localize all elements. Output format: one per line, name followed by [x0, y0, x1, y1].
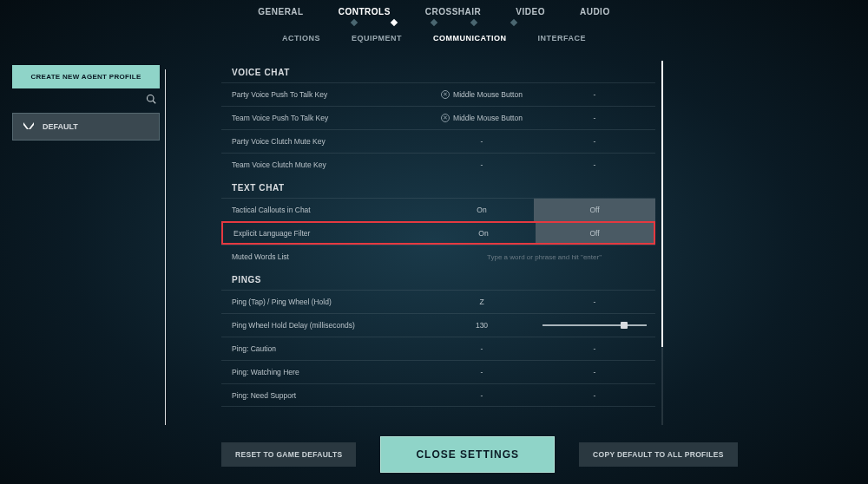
- row-team-clutch[interactable]: Team Voice Clutch Mute Key - -: [221, 153, 655, 176]
- keybind-secondary[interactable]: -: [534, 298, 655, 306]
- row-label: Party Voice Push To Talk Key: [221, 90, 430, 99]
- search-row: [12, 88, 160, 109]
- settings-main: VOICE CHAT Party Voice Push To Talk Key …: [221, 61, 655, 423]
- toggle-off[interactable]: Off: [534, 199, 655, 221]
- copy-profiles-button[interactable]: COPY DEFAULT TO ALL PROFILES: [579, 442, 738, 467]
- delay-value[interactable]: 130: [430, 321, 534, 330]
- svg-point-0: [148, 95, 155, 102]
- section-voice-chat: VOICE CHAT: [221, 61, 655, 82]
- svg-marker-3: [29, 122, 34, 129]
- row-label: Explicit Language Filter: [223, 229, 431, 238]
- subnav-actions[interactable]: ACTIONS: [282, 34, 320, 43]
- keybind-secondary[interactable]: -: [534, 160, 655, 169]
- row-label: Team Voice Push To Talk Key: [221, 114, 430, 122]
- keybind-primary[interactable]: -: [430, 160, 534, 169]
- reset-defaults-button[interactable]: RESET TO GAME DEFAULTS: [221, 442, 356, 467]
- subnav-communication[interactable]: COMMUNICATION: [433, 34, 506, 43]
- create-profile-button[interactable]: CREATE NEW AGENT PROFILE: [12, 65, 160, 88]
- subnav-equipment[interactable]: EQUIPMENT: [352, 34, 402, 43]
- row-label: Ping (Tap) / Ping Wheel (Hold): [221, 298, 430, 306]
- subnav-interface[interactable]: INTERFACE: [537, 34, 586, 43]
- row-ping-delay[interactable]: Ping Wheel Hold Delay (milliseconds) 130: [221, 313, 655, 337]
- clear-icon[interactable]: ✕: [441, 90, 450, 99]
- keybind-primary[interactable]: ✕Middle Mouse Button: [430, 90, 534, 99]
- keybind-secondary[interactable]: -: [534, 137, 655, 146]
- muted-words-input[interactable]: Type a word or phrase and hit "enter": [430, 253, 655, 261]
- keybind-primary[interactable]: -: [430, 391, 534, 400]
- keybind-secondary[interactable]: -: [534, 90, 655, 99]
- nav-general[interactable]: GENERAL: [258, 7, 303, 23]
- row-label: Team Voice Clutch Mute Key: [221, 160, 430, 169]
- keybind-primary[interactable]: Z: [430, 298, 534, 306]
- search-icon[interactable]: [146, 94, 156, 104]
- profile-label: DEFAULT: [43, 122, 78, 131]
- keybind-primary[interactable]: -: [430, 344, 534, 353]
- row-tactical-callouts[interactable]: Tactical Callouts in Chat On Off: [221, 198, 655, 221]
- row-party-clutch[interactable]: Party Voice Clutch Mute Key - -: [221, 129, 655, 153]
- section-text-chat: TEXT CHAT: [221, 176, 655, 198]
- delay-slider[interactable]: [534, 324, 655, 326]
- nav-audio[interactable]: AUDIO: [580, 7, 610, 23]
- bottom-bar: RESET TO GAME DEFAULTS CLOSE SETTINGS CO…: [221, 436, 738, 473]
- valorant-logo-icon: [22, 120, 36, 134]
- sidebar: CREATE NEW AGENT PROFILE DEFAULT: [12, 65, 160, 141]
- slider-thumb[interactable]: [621, 322, 628, 329]
- row-ping-support[interactable]: Ping: Need Support - -: [221, 383, 655, 407]
- row-explicit-filter[interactable]: Explicit Language Filter On Off: [221, 221, 655, 245]
- close-settings-button[interactable]: CLOSE SETTINGS: [380, 436, 555, 473]
- scrollbar-thumb[interactable]: [661, 61, 663, 347]
- row-label: Ping: Caution: [221, 344, 430, 353]
- row-team-ptt[interactable]: Team Voice Push To Talk Key ✕Middle Mous…: [221, 106, 655, 129]
- scrollbar[interactable]: [661, 61, 663, 425]
- row-label: Party Voice Clutch Mute Key: [221, 137, 430, 146]
- keybind-secondary[interactable]: -: [534, 344, 655, 353]
- keybind-secondary[interactable]: -: [534, 368, 655, 376]
- keybind-secondary[interactable]: -: [534, 391, 655, 400]
- nav-controls[interactable]: CONTROLS: [339, 7, 391, 23]
- section-pings: PINGS: [221, 268, 655, 290]
- row-label: Tactical Callouts in Chat: [221, 206, 430, 214]
- sidebar-divider: [165, 69, 166, 425]
- row-label: Ping: Need Support: [221, 391, 430, 400]
- svg-marker-2: [23, 122, 29, 129]
- row-label: Ping Wheel Hold Delay (milliseconds): [221, 321, 430, 330]
- toggle-off[interactable]: Off: [536, 223, 654, 243]
- clear-icon[interactable]: ✕: [441, 114, 450, 122]
- sub-nav: ACTIONS EQUIPMENT COMMUNICATION INTERFAC…: [0, 25, 868, 43]
- row-ping-wheel[interactable]: Ping (Tap) / Ping Wheel (Hold) Z -: [221, 290, 655, 313]
- profile-default[interactable]: DEFAULT: [12, 113, 160, 141]
- row-label: Muted Words List: [221, 252, 430, 261]
- row-ping-watching[interactable]: Ping: Watching Here - -: [221, 360, 655, 383]
- row-ping-caution[interactable]: Ping: Caution - -: [221, 337, 655, 360]
- toggle-on[interactable]: On: [431, 229, 536, 238]
- keybind-primary[interactable]: -: [430, 137, 534, 146]
- nav-video[interactable]: VIDEO: [516, 7, 545, 23]
- row-party-ptt[interactable]: Party Voice Push To Talk Key ✕Middle Mou…: [221, 82, 655, 106]
- keybind-primary[interactable]: ✕Middle Mouse Button: [430, 114, 534, 122]
- row-label: Ping: Watching Here: [221, 368, 430, 376]
- keybind-primary[interactable]: -: [430, 368, 534, 376]
- svg-line-1: [153, 101, 155, 103]
- row-muted-words[interactable]: Muted Words List Type a word or phrase a…: [221, 245, 655, 268]
- keybind-secondary[interactable]: -: [534, 114, 655, 122]
- toggle-on[interactable]: On: [430, 206, 534, 214]
